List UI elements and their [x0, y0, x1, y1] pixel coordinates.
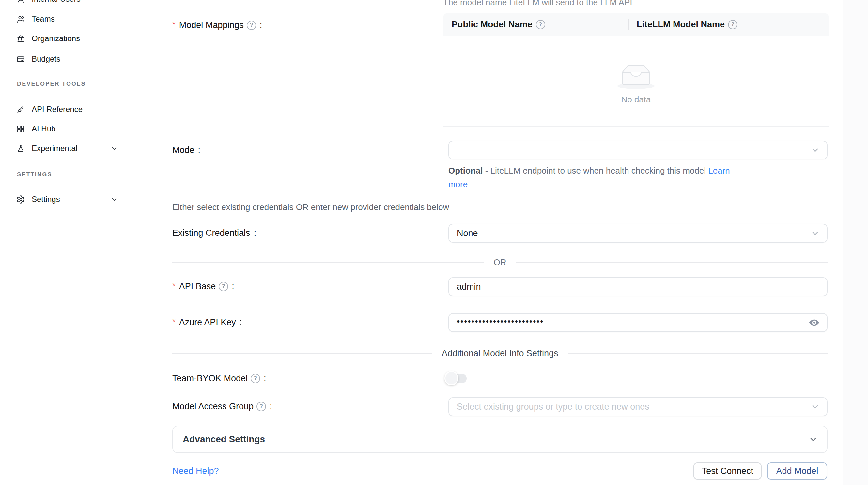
- required-mark: *: [172, 317, 176, 326]
- model-access-group-placeholder: Select existing groups or type to create…: [457, 402, 649, 412]
- chevron-down-icon: [110, 195, 118, 203]
- add-model-button[interactable]: Add Model: [767, 462, 827, 480]
- column-header-label: Public Model Name: [452, 20, 532, 30]
- plug-icon: [16, 105, 25, 114]
- empty-state: No data: [443, 60, 829, 105]
- api-base-label: API Base: [179, 282, 216, 292]
- or-divider: OR: [172, 257, 828, 267]
- sidebar-item-internal-users[interactable]: Internal Users: [16, 0, 147, 5]
- existing-credentials-label: Existing Credentials: [172, 228, 250, 238]
- label-colon: :: [198, 145, 201, 155]
- sidebar-item-label: Settings: [32, 195, 60, 204]
- sidebar-item-organizations[interactable]: Organizations: [16, 33, 147, 44]
- advanced-settings-title: Advanced Settings: [183, 434, 265, 445]
- flask-icon: [16, 144, 25, 153]
- test-connect-button[interactable]: Test Connect: [693, 462, 762, 480]
- team-byok-toggle[interactable]: [444, 371, 468, 386]
- help-icon[interactable]: ?: [536, 20, 545, 29]
- sidebar-item-label: Internal Users: [32, 0, 80, 4]
- model-mappings-table: Public Model Name ? LiteLLM Model Name ?…: [443, 13, 829, 127]
- label-colon: :: [260, 20, 262, 30]
- table-header: Public Model Name ? LiteLLM Model Name ?: [443, 13, 829, 36]
- chevron-down-icon: [810, 401, 820, 412]
- mode-label: Mode: [172, 145, 194, 155]
- help-icon[interactable]: ?: [219, 282, 228, 291]
- toggle-knob: [444, 371, 459, 385]
- team-byok-label-row: Team-BYOK Model ? :: [172, 372, 266, 385]
- or-divider-label: OR: [484, 257, 516, 267]
- label-colon: :: [264, 374, 266, 384]
- azure-api-key-masked-value: ••••••••••••••••••••••••: [457, 316, 544, 326]
- team-byok-label: Team-BYOK Model: [172, 374, 248, 384]
- existing-credentials-select[interactable]: None: [448, 224, 828, 243]
- sidebar-item-api-reference[interactable]: API Reference: [16, 103, 147, 115]
- existing-credentials-value: None: [457, 228, 478, 238]
- page-right-gutter: [842, 0, 868, 485]
- model-access-group-select[interactable]: Select existing groups or type to create…: [448, 397, 828, 416]
- column-header-public-model-name: Public Model Name ?: [443, 20, 628, 30]
- sidebar: Internal Users Teams Organizations Budge…: [0, 0, 158, 485]
- existing-credentials-label-row: Existing Credentials :: [172, 226, 256, 239]
- label-colon: :: [254, 228, 256, 238]
- mode-helper-bold: Optional: [448, 166, 483, 175]
- azure-api-key-label: Azure API Key: [179, 317, 236, 327]
- help-icon[interactable]: ?: [728, 20, 738, 29]
- learn-more-link[interactable]: Learn: [708, 166, 730, 175]
- column-header-litellm-model-name: LiteLLM Model Name ?: [628, 20, 738, 30]
- advanced-settings-panel[interactable]: Advanced Settings: [172, 426, 828, 453]
- chevron-down-icon: [810, 145, 820, 155]
- chevron-down-icon: [808, 434, 818, 445]
- sidebar-item-label: Budgets: [32, 55, 60, 64]
- add-model-page: Internal Users Teams Organizations Budge…: [0, 0, 868, 485]
- additional-info-divider: Additional Model Info Settings: [172, 348, 828, 358]
- mode-helper-text: Optional - LiteLLM endpoint to use when …: [448, 164, 830, 191]
- no-data-text: No data: [443, 95, 829, 105]
- eye-icon[interactable]: [809, 317, 820, 328]
- grid-icon: [16, 125, 25, 133]
- column-divider: [628, 19, 629, 30]
- chevron-down-icon: [110, 144, 118, 152]
- model-mappings-label: Model Mappings: [179, 20, 244, 30]
- model-access-group-label: Model Access Group: [172, 401, 253, 412]
- mode-label-row: Mode :: [172, 143, 200, 157]
- divider-line: [516, 262, 828, 263]
- label-colon: :: [240, 317, 242, 327]
- sidebar-item-budgets[interactable]: Budgets: [16, 53, 147, 65]
- help-icon[interactable]: ?: [256, 402, 266, 411]
- model-access-group-label-row: Model Access Group ? :: [172, 400, 272, 413]
- learn-more-link[interactable]: more: [448, 180, 468, 189]
- azure-api-key-input[interactable]: ••••••••••••••••••••••••: [448, 313, 828, 332]
- sidebar-item-settings[interactable]: Settings: [16, 193, 147, 205]
- sidebar-item-label: AI Hub: [32, 124, 56, 133]
- user-icon: [16, 0, 25, 4]
- label-colon: :: [232, 282, 234, 292]
- model-mappings-caption: The model name LiteLLM will send to the …: [443, 0, 632, 7]
- sidebar-item-ai-hub[interactable]: AI Hub: [16, 123, 147, 135]
- mode-select[interactable]: [448, 140, 828, 160]
- divider-line: [172, 262, 484, 263]
- gear-icon: [16, 195, 25, 204]
- sidebar-section-developer-tools: DEVELOPER TOOLS: [17, 80, 86, 88]
- help-icon[interactable]: ?: [247, 21, 256, 30]
- sidebar-item-label: API Reference: [32, 105, 83, 114]
- sidebar-item-label: Teams: [32, 14, 55, 24]
- api-base-value: admin: [457, 282, 481, 292]
- divider-line: [568, 353, 828, 354]
- sidebar-item-label: Experimental: [32, 144, 78, 153]
- additional-info-divider-label: Additional Model Info Settings: [432, 348, 568, 358]
- credit-card-icon: [16, 55, 25, 64]
- sidebar-item-label: Organizations: [32, 34, 80, 43]
- azure-api-key-label-row: * Azure API Key :: [172, 316, 242, 329]
- model-mappings-label-row: * Model Mappings ? :: [172, 19, 262, 32]
- help-icon[interactable]: ?: [251, 374, 260, 383]
- mode-helper-rest: - LiteLLM endpoint to use when health ch…: [483, 166, 708, 175]
- api-base-input[interactable]: admin: [448, 277, 828, 296]
- api-base-label-row: * API Base ? :: [172, 280, 234, 293]
- bank-icon: [16, 34, 25, 43]
- divider-line: [172, 353, 432, 354]
- sidebar-item-teams[interactable]: Teams: [16, 13, 147, 25]
- need-help-link[interactable]: Need Help?: [172, 466, 219, 476]
- chevron-down-icon: [810, 228, 820, 238]
- sidebar-item-experimental[interactable]: Experimental: [16, 142, 147, 154]
- users-icon: [16, 15, 25, 24]
